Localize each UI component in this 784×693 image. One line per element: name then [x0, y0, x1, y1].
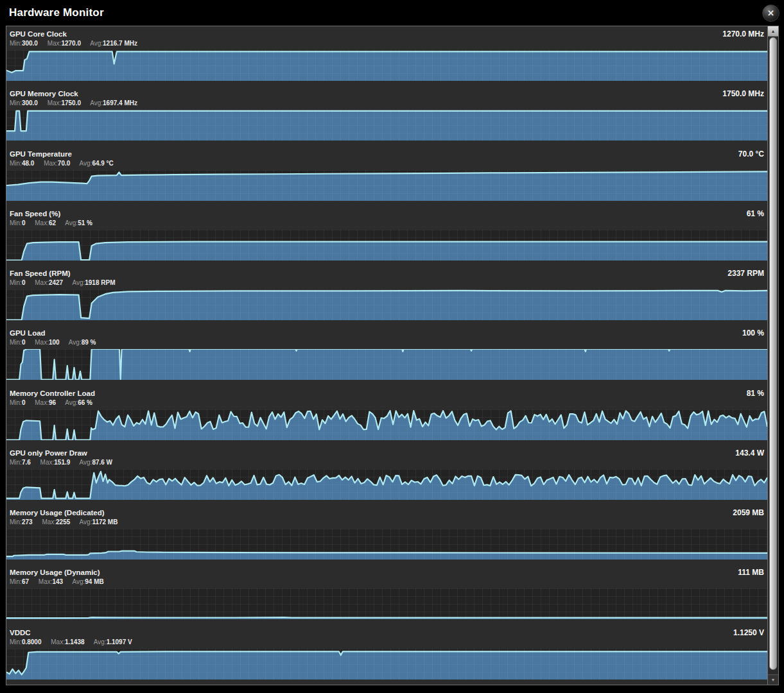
- max-label: Max:: [35, 339, 49, 346]
- avg-label: Avg:: [65, 399, 78, 406]
- min-label: Min:: [10, 638, 22, 646]
- sensor-stats: Min:300.0 Max:1270.0 Avg:1216.7 MHz: [6, 38, 767, 47]
- max-value: 2255: [56, 518, 70, 526]
- avg-value: 64.9 °C: [92, 160, 113, 167]
- avg-label: Avg:: [72, 279, 85, 286]
- sensor-title: Fan Speed (RPM): [10, 270, 71, 277]
- min-value: 0.8000: [22, 638, 42, 646]
- titlebar: Hardware Monitor: [0, 0, 784, 26]
- sensor-title: GPU Temperature: [10, 150, 72, 158]
- sensor-panel: VDDC 1.1250 V Min:0.8000 Max:1.1438 Avg:…: [6, 625, 767, 685]
- sensor-stats: Min:0 Max:2427 Avg:1918 RPM: [6, 278, 767, 286]
- sensor-stats: Min:0.8000 Max:1.1438 Avg:1.1097 V: [6, 637, 767, 646]
- max-value: 1.1438: [65, 638, 85, 646]
- max-value: 100: [49, 339, 60, 346]
- max-value: 96: [49, 399, 56, 406]
- sensor-panel: GPU Temperature 70.0 °C Min:48.0 Max:70.…: [6, 146, 767, 206]
- max-label: Max:: [44, 160, 58, 167]
- sensor-graph-canvas: [6, 170, 767, 201]
- min-value: 273: [22, 518, 33, 526]
- avg-label: Avg:: [69, 339, 82, 346]
- max-value: 70.0: [58, 160, 70, 167]
- max-label: Max:: [35, 279, 49, 286]
- max-label: Max:: [35, 219, 49, 227]
- min-label: Min:: [10, 99, 22, 107]
- close-button[interactable]: ✕: [762, 4, 780, 22]
- min-value: 0: [22, 339, 26, 346]
- max-value: 2427: [49, 279, 63, 286]
- sensor-graph-canvas: [6, 469, 767, 500]
- min-value: 7.6: [22, 459, 31, 466]
- avg-value: 1.1097 V: [107, 638, 132, 646]
- avg-label: Avg:: [80, 518, 92, 526]
- sensor-current-value: 70.0 °C: [738, 150, 764, 158]
- sensor-graph-canvas: [6, 649, 767, 680]
- avg-label: Avg:: [90, 99, 103, 107]
- sensor-title: GPU Load: [10, 329, 46, 337]
- sensor-title: Memory Usage (Dedicated): [10, 509, 105, 517]
- sensor-current-value: 1.1250 V: [733, 628, 764, 637]
- max-label: Max:: [39, 578, 53, 585]
- max-value: 62: [49, 219, 56, 227]
- scrollbar-thumb[interactable]: [769, 37, 777, 670]
- sensor-panel: Memory Controller Load 81 % Min:0 Max:96…: [6, 386, 767, 445]
- sensor-graph-canvas: [6, 409, 767, 440]
- min-label: Min:: [10, 459, 22, 466]
- sensor-title: Memory Usage (Dynamic): [10, 569, 100, 576]
- sensor-graph: [6, 529, 767, 560]
- sensor-panel: Memory Usage (Dynamic) 111 MB Min:67 Max…: [6, 565, 767, 624]
- scroll-down-button[interactable]: ▼: [768, 674, 778, 685]
- min-label: Min:: [10, 518, 22, 526]
- sensor-stats: Min:0 Max:96 Avg:66 %: [6, 398, 767, 406]
- sensor-stats: Min:0 Max:100 Avg:89 %: [6, 338, 767, 346]
- avg-label: Avg:: [90, 40, 103, 47]
- avg-value: 66 %: [78, 399, 92, 406]
- max-label: Max:: [42, 518, 56, 526]
- sensor-graph: [6, 409, 767, 440]
- sensor-graph: [6, 50, 767, 81]
- sensor-current-value: 111 MB: [738, 568, 764, 577]
- max-label: Max:: [51, 638, 65, 646]
- avg-label: Avg:: [94, 638, 107, 646]
- sensor-panel: GPU only Power Draw 143.4 W Min:7.6 Max:…: [6, 445, 767, 505]
- sensor-stats: Min:7.6 Max:151.9 Avg:87.6 W: [6, 458, 767, 466]
- min-value: 300.0: [22, 99, 38, 107]
- window-title: Hardware Monitor: [0, 0, 784, 19]
- scroll-down-icon: ▼: [771, 678, 776, 682]
- close-icon: ✕: [767, 8, 774, 18]
- sensor-graph: [6, 649, 767, 680]
- min-value: 0: [22, 399, 26, 406]
- sensor-graph-canvas: [6, 50, 767, 81]
- min-value: 300.0: [22, 40, 38, 47]
- scrollbar-track[interactable]: [768, 37, 778, 674]
- hardware-monitor-window: GPU Core Clock 1270.0 MHz Min:300.0 Max:…: [6, 26, 779, 685]
- min-label: Min:: [10, 339, 22, 346]
- sensor-current-value: 1270.0 MHz: [722, 30, 764, 38]
- max-value: 1270.0: [61, 40, 81, 47]
- scroll-up-icon: ▲: [771, 29, 776, 33]
- sensor-panel-list: GPU Core Clock 1270.0 MHz Min:300.0 Max:…: [6, 26, 767, 685]
- min-label: Min:: [10, 399, 22, 406]
- avg-value: 1172 MB: [92, 518, 118, 526]
- sensor-title: GPU Memory Clock: [10, 90, 78, 98]
- sensor-title: Memory Controller Load: [10, 389, 95, 397]
- sensor-current-value: 81 %: [747, 389, 764, 398]
- sensor-panel: Memory Usage (Dedicated) 2059 MB Min:273…: [6, 505, 767, 565]
- sensor-stats: Min:67 Max:143 Avg:94 MB: [6, 577, 767, 585]
- sensor-current-value: 100 %: [742, 329, 764, 338]
- scroll-up-button[interactable]: ▲: [768, 26, 778, 37]
- sensor-panel: Fan Speed (%) 61 % Min:0 Max:62 Avg:51 %: [6, 206, 767, 266]
- max-value: 143: [52, 578, 63, 585]
- avg-label: Avg:: [72, 578, 85, 585]
- sensor-title: VDDC: [10, 629, 31, 637]
- avg-label: Avg:: [80, 160, 92, 167]
- sensor-graph-canvas: [6, 349, 767, 380]
- sensor-current-value: 1750.0 MHz: [722, 89, 764, 98]
- vertical-scrollbar[interactable]: ▲ ▼: [767, 26, 778, 685]
- min-label: Min:: [10, 160, 22, 167]
- sensor-current-value: 2059 MB: [733, 508, 764, 517]
- max-label: Max:: [48, 99, 62, 107]
- max-value: 1750.0: [61, 99, 81, 107]
- sensor-title: GPU only Power Draw: [10, 449, 87, 457]
- sensor-stats: Min:273 Max:2255 Avg:1172 MB: [6, 517, 767, 526]
